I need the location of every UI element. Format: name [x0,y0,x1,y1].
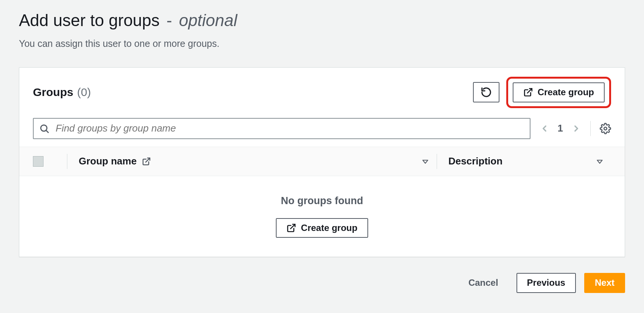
page-title: Add user to groups - optional [19,11,625,31]
create-group-button[interactable]: Create group [513,82,605,102]
page-number: 1 [558,122,563,134]
divider [590,121,591,136]
svg-line-4 [146,158,150,162]
svg-line-2 [46,130,48,132]
page-title-separator: - [162,11,177,29]
gear-icon [600,123,611,134]
external-link-icon [142,157,151,166]
column-description[interactable]: Description [448,155,611,167]
external-link-icon [523,87,533,97]
sort-icon [596,158,604,165]
column-group-name[interactable]: Group name [79,155,437,167]
previous-label: Previous [527,277,565,288]
refresh-button[interactable] [473,82,499,102]
create-group-button-label: Create group [538,87,594,98]
groups-panel: Groups (0) [19,67,625,257]
external-link-icon [286,223,296,233]
search-wrapper [33,118,530,139]
next-button[interactable]: Next [584,273,625,293]
wizard-footer: Cancel Previous Next [19,273,625,293]
paginator: 1 [540,122,581,134]
table-header-row: Group name Description [19,147,625,176]
previous-button[interactable]: Previous [516,273,576,293]
svg-point-3 [604,127,607,130]
settings-button[interactable] [600,123,611,134]
sort-icon [422,158,429,165]
empty-state-message: No groups found [19,195,625,207]
groups-panel-title: Groups [33,86,73,99]
select-all-cell [33,156,67,167]
select-all-checkbox[interactable] [33,156,44,167]
create-group-highlight: Create group [506,77,611,108]
page-title-optional: optional [179,11,237,29]
svg-line-0 [527,88,532,93]
next-page-button[interactable] [571,124,581,133]
empty-create-group-label: Create group [301,223,357,234]
groups-toolbar: 1 [19,114,625,147]
page-title-main: Add user to groups [19,11,160,29]
groups-panel-header: Groups (0) [19,68,625,114]
column-group-name-label: Group name [79,155,137,167]
prev-page-button[interactable] [540,124,549,133]
search-input[interactable] [33,118,530,139]
column-divider [437,154,437,169]
page-subtitle: You can assign this user to one or more … [19,38,625,49]
cancel-label: Cancel [468,277,498,288]
column-description-label: Description [448,155,502,167]
groups-panel-count: (0) [77,86,91,99]
column-divider [67,154,67,169]
refresh-icon [481,87,492,98]
empty-create-group-button[interactable]: Create group [276,218,368,238]
svg-marker-6 [597,160,602,163]
svg-marker-5 [423,160,428,163]
search-icon [39,123,50,134]
next-label: Next [595,277,614,288]
svg-line-7 [291,224,295,229]
empty-state: No groups found Create group [19,176,625,257]
cancel-button[interactable]: Cancel [459,274,508,292]
